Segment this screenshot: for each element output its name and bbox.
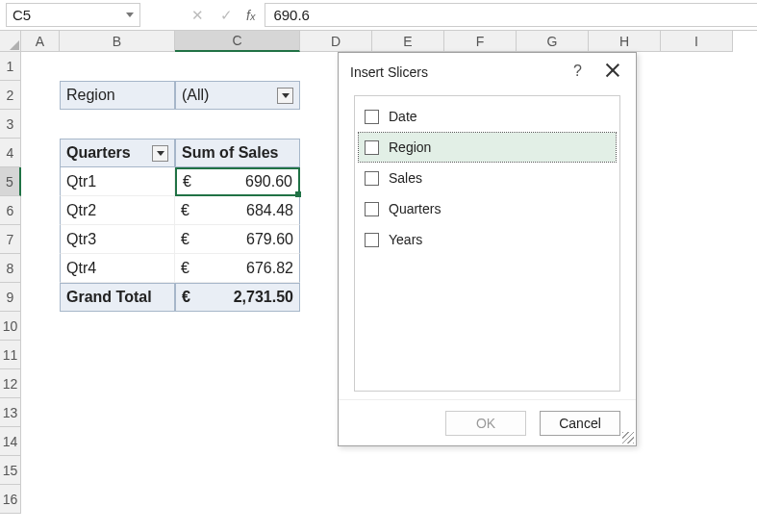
- slicer-field-sales[interactable]: Sales: [359, 164, 616, 192]
- pivot-filter-field[interactable]: Region: [60, 81, 175, 110]
- column-header-C[interactable]: C: [175, 31, 300, 52]
- pivot-row-Qtr1[interactable]: Qtr1: [60, 167, 175, 196]
- row-header-9[interactable]: 9: [0, 283, 21, 312]
- field-label: Years: [389, 232, 422, 247]
- row-header-10[interactable]: 10: [0, 312, 21, 341]
- column-header-G[interactable]: G: [517, 31, 589, 52]
- pivot-val-Qtr2[interactable]: €684.48: [175, 196, 300, 225]
- fx-icon[interactable]: fx: [246, 8, 255, 23]
- close-icon[interactable]: [603, 61, 622, 80]
- formula-input[interactable]: 690.6: [265, 3, 757, 27]
- name-box[interactable]: C5: [6, 3, 140, 27]
- column-header-E[interactable]: E: [372, 31, 444, 52]
- pivot-val-Qtr1[interactable]: €690.60: [175, 167, 300, 196]
- pivot-row-Qtr3[interactable]: Qtr3: [60, 225, 175, 254]
- field-label: Date: [389, 109, 417, 124]
- row-headers: 12345678910111213141516: [0, 52, 21, 514]
- row-header-4[interactable]: 4: [0, 139, 21, 167]
- name-box-value: C5: [13, 7, 31, 23]
- column-header-D[interactable]: D: [300, 31, 372, 52]
- pivot-row-Qtr2[interactable]: Qtr2: [60, 196, 175, 225]
- row-header-16[interactable]: 16: [0, 485, 21, 514]
- row-header-2[interactable]: 2: [0, 81, 21, 110]
- pivot-row-header[interactable]: Quarters: [60, 139, 175, 167]
- select-all-triangle[interactable]: [0, 31, 21, 52]
- cancel-button[interactable]: Cancel: [540, 411, 620, 436]
- row-header-15[interactable]: 15: [0, 456, 21, 485]
- ok-button[interactable]: OK: [445, 411, 526, 436]
- field-label: Sales: [389, 170, 422, 186]
- pivot-val-Qtr3[interactable]: €679.60: [175, 225, 300, 254]
- resize-grip-icon[interactable]: [622, 432, 634, 443]
- checkbox-icon[interactable]: [365, 202, 379, 216]
- slicer-field-region[interactable]: Region: [359, 133, 616, 162]
- accept-formula-icon: ✓: [212, 0, 240, 31]
- formula-value: 690.6: [273, 7, 310, 23]
- column-header-I[interactable]: I: [661, 31, 733, 52]
- checkbox-icon[interactable]: [365, 171, 379, 186]
- slicer-field-years[interactable]: Years: [359, 225, 616, 254]
- row-header-6[interactable]: 6: [0, 196, 21, 225]
- row-header-3[interactable]: 3: [0, 110, 21, 139]
- row-header-12[interactable]: 12: [0, 369, 21, 398]
- chevron-down-icon: [126, 13, 134, 17]
- dialog-title: Insert Slicers: [350, 64, 428, 80]
- column-header-F[interactable]: F: [444, 31, 517, 52]
- formula-bar: C5 ✕ ✓ fx 690.6: [0, 0, 757, 31]
- insert-slicers-dialog: Insert Slicers ? DateRegionSalesQuarters…: [338, 52, 637, 446]
- row-header-13[interactable]: 13: [0, 398, 21, 427]
- checkbox-icon[interactable]: [365, 110, 379, 124]
- cancel-formula-icon: ✕: [183, 0, 212, 31]
- pivot-grand-total-label[interactable]: Grand Total: [60, 283, 175, 312]
- row-header-1[interactable]: 1: [0, 52, 21, 81]
- pivot-val-Qtr4[interactable]: €676.82: [175, 254, 300, 283]
- row-header-5[interactable]: 5: [0, 167, 21, 196]
- dialog-titlebar: Insert Slicers ?: [339, 53, 636, 91]
- pivot-row-Qtr4[interactable]: Qtr4: [60, 254, 175, 283]
- checkbox-icon[interactable]: [365, 233, 379, 247]
- column-header-A[interactable]: A: [21, 31, 60, 52]
- dialog-buttons: OK Cancel: [339, 399, 636, 445]
- row-header-7[interactable]: 7: [0, 225, 21, 254]
- column-header-H[interactable]: H: [589, 31, 661, 52]
- slicer-field-quarters[interactable]: Quarters: [359, 194, 616, 223]
- column-headers: ABCDEFGHI: [0, 31, 757, 52]
- row-dropdown-icon[interactable]: [152, 145, 168, 162]
- pivot-grand-total-value[interactable]: €2,731.50: [175, 283, 300, 312]
- checkbox-icon[interactable]: [365, 140, 379, 155]
- field-list[interactable]: DateRegionSalesQuartersYears: [354, 95, 620, 392]
- fill-handle[interactable]: [295, 191, 301, 197]
- help-icon[interactable]: ?: [573, 63, 582, 80]
- pivot-filter-value[interactable]: (All): [175, 81, 300, 110]
- pivot-value-header: Sum of Sales: [175, 139, 300, 167]
- column-header-B[interactable]: B: [60, 31, 175, 52]
- row-header-11[interactable]: 11: [0, 341, 21, 369]
- slicer-field-date[interactable]: Date: [359, 102, 616, 131]
- field-label: Quarters: [389, 201, 441, 216]
- row-header-8[interactable]: 8: [0, 254, 21, 283]
- filter-dropdown-icon[interactable]: [277, 88, 293, 104]
- row-header-14[interactable]: 14: [0, 427, 21, 456]
- field-label: Region: [389, 139, 431, 155]
